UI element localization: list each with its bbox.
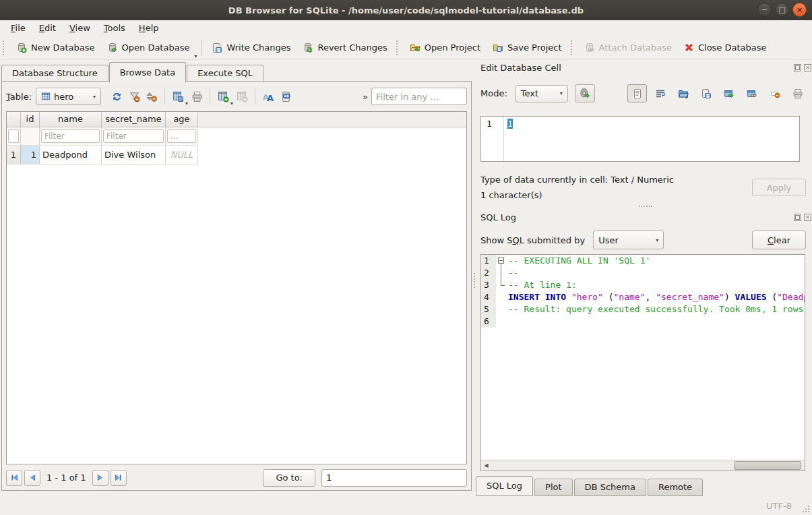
revert-changes-button[interactable]: Revert Changes bbox=[296, 39, 393, 57]
toolbar-separator bbox=[255, 88, 255, 104]
row-header[interactable]: 1 bbox=[7, 146, 21, 164]
tab-browse-data[interactable]: Browse Data bbox=[109, 62, 187, 82]
open-database-dropdown-icon[interactable]: ▾ bbox=[194, 53, 197, 59]
cell-editor[interactable]: 1 1 bbox=[480, 116, 800, 162]
menu-help[interactable]: Help bbox=[132, 22, 166, 34]
toolbar-extension-chevron[interactable]: » bbox=[363, 92, 368, 102]
write-changes-button[interactable]: Write Changes bbox=[206, 39, 296, 57]
table-label: Table: bbox=[6, 92, 32, 102]
filter-filler bbox=[198, 127, 466, 146]
refresh-button[interactable] bbox=[108, 88, 125, 105]
column-header-secret-name[interactable]: secret_name bbox=[102, 112, 166, 127]
cell-id[interactable]: 1 bbox=[21, 146, 40, 164]
tab-execute-sql[interactable]: Execute SQL bbox=[187, 65, 263, 82]
column-header-id[interactable]: id bbox=[21, 112, 40, 127]
menu-edit[interactable]: Edit bbox=[32, 22, 63, 34]
new-database-button[interactable]: New Database bbox=[10, 39, 101, 57]
last-record-button[interactable] bbox=[111, 470, 127, 486]
horizontal-scrollbar[interactable]: ◀ ▶ bbox=[481, 460, 805, 471]
import-data-button[interactable] bbox=[673, 84, 693, 102]
menu-view[interactable]: View bbox=[63, 22, 97, 34]
open-external-button[interactable] bbox=[719, 84, 739, 102]
float-dock-icon[interactable] bbox=[794, 64, 801, 71]
submitted-by-combobox[interactable]: User ▾ bbox=[593, 231, 664, 249]
browse-toolbar: Table: hero ▾ ▾ bbox=[6, 86, 467, 107]
write-changes-icon bbox=[212, 42, 222, 53]
tab-remote[interactable]: Remote bbox=[648, 479, 703, 496]
print-cell-button[interactable] bbox=[788, 84, 807, 102]
save-project-button[interactable]: Save Project bbox=[487, 39, 568, 57]
clear-filters-button[interactable] bbox=[125, 88, 143, 105]
close-dock-icon[interactable]: ✕ bbox=[804, 214, 811, 221]
find-button[interactable] bbox=[277, 88, 294, 105]
auto-switch-mode-button[interactable] bbox=[575, 84, 595, 102]
filter-input-age[interactable] bbox=[167, 129, 196, 143]
close-button[interactable]: × bbox=[792, 3, 807, 17]
toolbar-separator bbox=[164, 88, 165, 104]
filter-any-input[interactable] bbox=[371, 88, 467, 105]
filter-input-id[interactable] bbox=[8, 129, 19, 143]
tab-database-structure[interactable]: Database Structure bbox=[1, 65, 108, 82]
table-combobox[interactable]: hero ▾ bbox=[36, 88, 101, 105]
dock-splitter-handle[interactable] bbox=[639, 206, 652, 207]
word-wrap-button[interactable] bbox=[650, 84, 670, 102]
close-dock-icon[interactable]: ✕ bbox=[804, 64, 811, 71]
column-header-name[interactable]: name bbox=[40, 112, 102, 127]
clear-sort-button[interactable] bbox=[143, 88, 160, 105]
tab-db-schema[interactable]: DB Schema bbox=[574, 479, 646, 496]
copy-table-button[interactable] bbox=[169, 88, 187, 105]
float-dock-icon[interactable] bbox=[794, 214, 801, 221]
mode-combobox[interactable]: Text ▾ bbox=[516, 85, 568, 102]
sql-log-line: 5-- Result: query executed successfully.… bbox=[481, 303, 805, 315]
scrollbar-track[interactable] bbox=[491, 460, 794, 471]
toolbar-drag-handle[interactable] bbox=[571, 40, 575, 55]
filter-input-name[interactable] bbox=[41, 129, 100, 143]
cell-name[interactable]: Deadpond bbox=[40, 146, 102, 164]
maximize-button[interactable]: □ bbox=[775, 3, 789, 17]
header-filler bbox=[198, 112, 466, 127]
editor-content[interactable]: 1 bbox=[504, 117, 513, 161]
open-database-button[interactable]: Open Database bbox=[101, 39, 196, 57]
db-attach-icon bbox=[584, 42, 595, 53]
titlebar[interactable]: DB Browser for SQLite - /home/user/code/… bbox=[0, 0, 812, 21]
apply-button[interactable]: Apply bbox=[752, 179, 806, 196]
find-icon bbox=[280, 91, 292, 102]
first-record-icon bbox=[11, 474, 18, 481]
next-record-button[interactable] bbox=[92, 470, 108, 486]
scrollbar-thumb[interactable] bbox=[734, 461, 801, 470]
clear-log-button[interactable]: Clear bbox=[752, 231, 806, 249]
font-button[interactable]: AA bbox=[259, 88, 277, 105]
cell-secret-name[interactable]: Dive Wilson bbox=[102, 146, 166, 164]
set-null-button[interactable] bbox=[765, 84, 784, 102]
resize-grip[interactable] bbox=[802, 505, 810, 513]
text-document-button[interactable] bbox=[627, 84, 647, 102]
menubar: File Edit View Tools Help bbox=[0, 20, 812, 36]
editor-line-number: 1 bbox=[481, 117, 504, 161]
minimize-button[interactable]: − bbox=[757, 3, 772, 17]
close-database-button[interactable]: Close Database bbox=[678, 39, 773, 56]
toolbar-drag-handle[interactable] bbox=[3, 40, 7, 55]
tab-plot[interactable]: Plot bbox=[534, 479, 573, 496]
pane-splitter-handle[interactable] bbox=[474, 273, 478, 288]
toolbar-drag-handle[interactable] bbox=[396, 40, 401, 55]
scroll-left-icon[interactable]: ◀ bbox=[481, 460, 491, 471]
sql-log-view[interactable]: 1−-- EXECUTING ALL IN 'SQL 1'2--3-- At l… bbox=[480, 254, 805, 471]
menu-tools[interactable]: Tools bbox=[97, 22, 132, 34]
filter-input-secret-name[interactable] bbox=[103, 129, 164, 143]
goto-button[interactable]: Go to: bbox=[263, 469, 315, 487]
tab-sql-log[interactable]: SQL Log bbox=[476, 476, 533, 496]
previous-record-button[interactable] bbox=[24, 470, 40, 486]
link-data-button[interactable] bbox=[742, 84, 761, 102]
print-button[interactable] bbox=[188, 88, 206, 105]
export-data-button[interactable] bbox=[696, 84, 716, 102]
cell-age[interactable]: NULL bbox=[166, 146, 198, 164]
insert-record-button[interactable] bbox=[214, 88, 232, 105]
cell-type-info: Type of data currently in cell: Text / N… bbox=[480, 175, 674, 185]
edit-cell-mode-row: Mode: Text ▾ bbox=[480, 84, 595, 102]
goto-input[interactable] bbox=[321, 469, 467, 487]
open-project-button[interactable]: Open Project bbox=[404, 39, 487, 57]
column-header-age[interactable]: age bbox=[166, 112, 198, 127]
first-record-button[interactable] bbox=[6, 470, 22, 486]
sql-log-filter-row: Show SQL submitted by User ▾ bbox=[480, 231, 664, 249]
menu-file[interactable]: File bbox=[4, 22, 32, 34]
